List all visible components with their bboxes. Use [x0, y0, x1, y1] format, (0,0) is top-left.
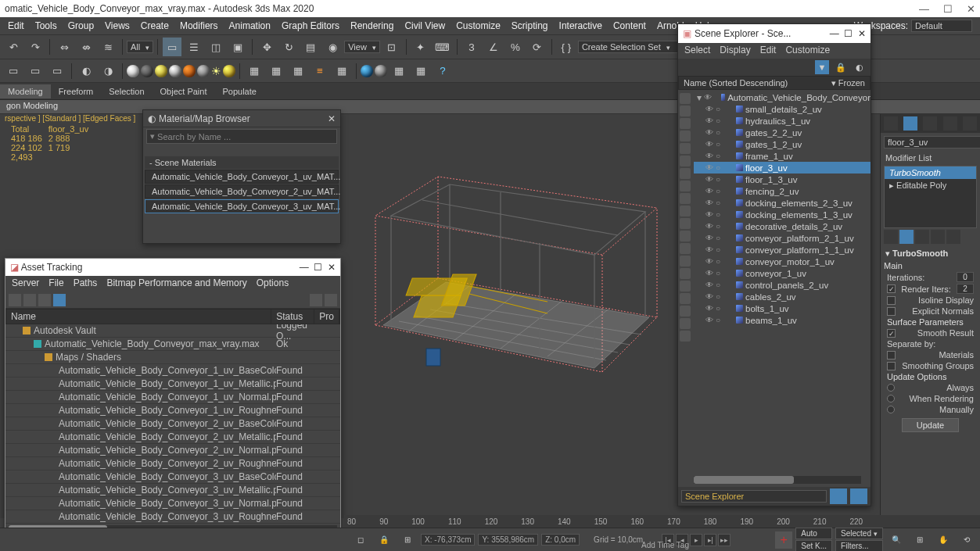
material-browser-close[interactable]: ✕ [328, 113, 336, 124]
se-footer-btn-2[interactable] [850, 488, 867, 504]
pin-stack-icon[interactable] [884, 230, 898, 244]
se-filter-icon-17[interactable] [680, 293, 691, 304]
se-filter-icon-18[interactable] [680, 306, 691, 317]
se-minimize-button[interactable]: — [830, 28, 839, 39]
ribbon-tab-objectpaint[interactable]: Object Paint [153, 84, 215, 98]
at-icon-4[interactable] [53, 294, 66, 306]
tb2-icon-3[interactable]: ▭ [48, 62, 66, 81]
asset-row[interactable]: Automatic_Vehicle_Body_Conveyor_3_uv_Met… [5, 484, 340, 497]
make-unique-icon[interactable] [915, 230, 929, 244]
sep-materials-check[interactable] [887, 351, 896, 360]
se-filter-icon-7[interactable] [680, 168, 691, 179]
perspective-viewport[interactable] [344, 122, 673, 450]
select-region-button[interactable]: ◫ [206, 38, 225, 56]
se-filter-icon-8[interactable] [680, 181, 691, 191]
ribbon-tab-populate[interactable]: Populate [214, 84, 264, 98]
keyfilter-filters[interactable]: Filters... [835, 540, 883, 551]
scene-tree-item[interactable]: 👁○floor_1_3_uv [694, 174, 871, 185]
se-hscrollbar[interactable] [694, 476, 861, 484]
menu-group[interactable]: Group [68, 20, 94, 31]
asset-row[interactable]: Automatic_Vehicle_Body_Conveyor_2_uv_Nor… [5, 444, 340, 457]
orb-silver-icon[interactable] [169, 65, 181, 77]
update-manually-radio[interactable] [887, 406, 895, 413]
tb2-icon-a[interactable]: ▦ [245, 62, 264, 81]
minimize-button[interactable]: — [919, 3, 929, 15]
nav-icon-2[interactable]: ⊞ [910, 531, 929, 549]
scene-tree-item[interactable]: 👁○hydraulics_1_uv [694, 115, 871, 127]
se-filter-icon-4[interactable] [680, 131, 691, 141]
se-filter-icon-10[interactable] [680, 206, 691, 216]
se-columns-header[interactable]: Name (Sorted Descending) ▾ Frozen [678, 76, 871, 90]
scene-tree-item[interactable]: 👁○conveyor_motor_1_uv [694, 256, 871, 267]
keyboard-shortcut-button[interactable]: ⌨ [433, 38, 452, 56]
cmd-tab-modify[interactable] [903, 116, 917, 131]
next-frame-button[interactable]: ▸| [704, 534, 716, 546]
orb-orange-icon[interactable] [183, 65, 196, 77]
window-crossing-button[interactable]: ▣ [228, 38, 247, 56]
asset-row[interactable]: Automatic_Vehicle_Body_Conveyor_3_uv_Rou… [5, 510, 340, 524]
bind-spacewarp-button[interactable]: ≋ [99, 38, 117, 56]
scene-tree-item[interactable]: 👁○control_panels_2_uv [694, 279, 871, 291]
orb-white-icon[interactable] [127, 65, 139, 77]
se-footer-combo[interactable] [681, 490, 827, 503]
iterations-spinner[interactable] [957, 272, 974, 282]
menu-graph-editors[interactable]: Graph Editors [282, 20, 339, 31]
orb-grey-icon[interactable] [141, 65, 153, 77]
spinner-snap-button[interactable]: ⟳ [528, 38, 547, 56]
menu-civil-view[interactable]: Civil View [404, 20, 445, 31]
scene-tree-item[interactable]: 👁○fencing_2_uv [694, 185, 871, 197]
show-end-result-icon[interactable] [899, 230, 914, 244]
menu-animation[interactable]: Animation [229, 20, 271, 31]
scene-tree-root[interactable]: ▾👁Automatic_Vehicle_Body_Conveyor [694, 91, 871, 103]
setkey-button[interactable]: Set K... [795, 540, 832, 551]
scene-tree-item[interactable]: 👁○gates_2_2_uv [694, 127, 871, 138]
scene-tree-item[interactable]: 👁○bolts_1_uv [694, 302, 871, 314]
menu-views[interactable]: Views [105, 20, 130, 31]
nav-icon-1[interactable]: 🔍 [887, 531, 906, 549]
se-menu-customize[interactable]: Customize [785, 45, 830, 57]
at-minimize-button[interactable]: — [300, 262, 309, 273]
material-item[interactable]: Automatic_Vehicle_Body_Conveyor_1_uv_MAT… [145, 170, 339, 184]
remove-modifier-icon[interactable] [931, 230, 945, 244]
nav-icon-3[interactable]: ✋ [934, 531, 953, 549]
asset-row[interactable]: Automatic_Vehicle_Body_Conveyor_1_uv_Met… [5, 377, 340, 391]
menu-interactive[interactable]: Interactive [559, 20, 602, 31]
modifier-stack[interactable]: TurboSmooth ▸ Editable Poly [884, 166, 977, 228]
material-search-field[interactable]: ▾ Search by Name ... [146, 129, 337, 144]
menu-content[interactable]: Content [613, 20, 646, 31]
se-menu-edit[interactable]: Edit [760, 45, 777, 57]
tb2-icon-g[interactable]: ▦ [411, 62, 430, 81]
modifier-list-label[interactable]: Modifier List [881, 152, 980, 164]
at-icon-1[interactable] [9, 294, 21, 306]
set-key-big-button[interactable]: + [775, 531, 792, 549]
at-close-button[interactable]: ✕ [328, 262, 336, 273]
maximize-button[interactable]: ☐ [943, 3, 953, 15]
ribbon-tab-selection[interactable]: Selection [101, 84, 152, 98]
tb2-icon-e[interactable]: ▦ [332, 62, 351, 81]
tb2-icon-c[interactable]: ▦ [289, 62, 307, 81]
manipulate-button[interactable]: ✦ [411, 38, 430, 56]
scene-materials-category[interactable]: - Scene Materials [145, 156, 339, 169]
tb2-icon-2[interactable]: ▭ [26, 62, 45, 81]
angle-snap-button[interactable]: ∠ [484, 38, 503, 56]
se-filter-icon-20[interactable] [680, 331, 691, 342]
asset-row[interactable]: Automatic_Vehicle_Body_Conveyor_2_uv_Met… [5, 431, 340, 444]
close-button[interactable]: ✕ [967, 3, 975, 15]
scale-button[interactable]: ▤ [301, 38, 320, 56]
asset-row[interactable]: Maps / Shaders [5, 351, 340, 364]
smooth-result-check[interactable] [887, 329, 896, 338]
se-footer-btn-1[interactable] [830, 488, 847, 504]
play-button[interactable]: ▸ [690, 534, 702, 546]
se-filter-icon-16[interactable] [680, 281, 691, 292]
undo-button[interactable]: ↶ [4, 38, 23, 56]
se-filter-icon-15[interactable] [680, 268, 691, 279]
scene-tree-item[interactable]: 👁○cables_2_uv [694, 291, 871, 302]
asset-row[interactable]: Automatic_Vehicle_Body_Conveyor_1_uv_Nor… [5, 391, 340, 404]
link-button[interactable]: ⇔ [55, 38, 74, 56]
asset-row[interactable]: Automatic_Vehicle_Body_Conveyor_3_uv_Nor… [5, 497, 340, 510]
at-menu-paths[interactable]: Paths [74, 277, 98, 290]
at-menu-server[interactable]: Server [12, 277, 39, 290]
sb-lock-icon[interactable]: 🔒 [375, 531, 393, 549]
update-always-radio[interactable] [887, 384, 895, 392]
at-menu-bitmap[interactable]: Bitmap Performance and Memory [106, 277, 246, 290]
